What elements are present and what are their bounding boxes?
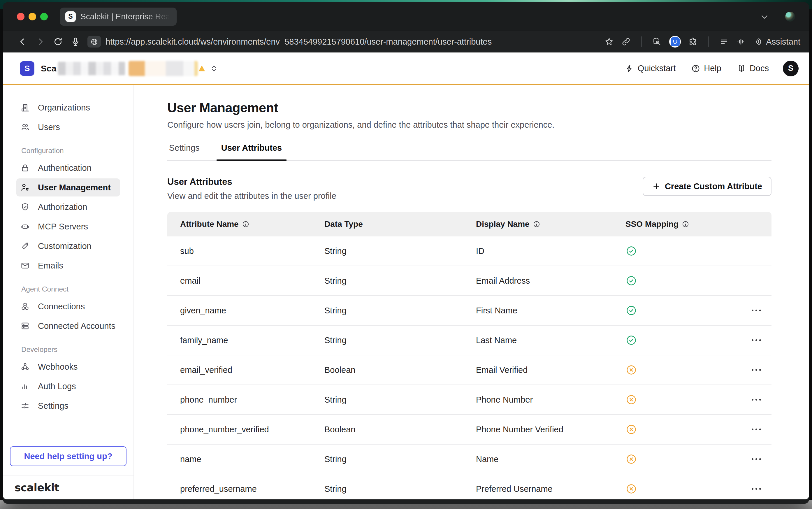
mail-icon [21, 261, 30, 270]
sidebar-item-user-management[interactable]: User Management [16, 178, 120, 197]
browser-tab[interactable]: S Scalekit | Enterprise Ready A [60, 8, 177, 26]
toolbar-divider [708, 36, 709, 47]
data-type-cell: String [324, 246, 476, 256]
row-actions-menu-button[interactable] [750, 307, 762, 314]
create-custom-attribute-button[interactable]: Create Custom Attribute [643, 177, 772, 196]
reload-icon[interactable] [53, 37, 63, 47]
docs-button[interactable]: Docs [737, 64, 769, 73]
building-icon [21, 103, 30, 112]
browser-tab-strip: S Scalekit | Enterprise Ready A [3, 2, 809, 31]
assistant-label: Assistant [766, 37, 800, 47]
sidebar-nav: OrganizationsUsersConfigurationAuthentic… [3, 99, 134, 416]
sidebar-item-mcp-servers[interactable]: MCP Servers [16, 217, 120, 236]
sidebar-footer: scalekit [3, 475, 134, 499]
sidebar-item-webhooks[interactable]: Webhooks [16, 358, 120, 376]
voice-waveform-icon[interactable] [736, 37, 746, 46]
workspace-name[interactable]: Sca [41, 64, 56, 73]
user-gear-icon [21, 183, 30, 192]
sidebar-item-emails[interactable]: Emails [16, 257, 120, 275]
page-title: User Management [167, 100, 772, 115]
help-button[interactable]: Help [691, 64, 721, 73]
screenshot-search-icon[interactable] [652, 37, 662, 46]
attribute-name-cell: sub [180, 246, 324, 256]
maximize-window-button[interactable] [40, 13, 48, 21]
zap-icon [625, 64, 634, 73]
info-icon [682, 220, 689, 228]
row-actions-menu-button[interactable] [750, 485, 762, 493]
info-icon [533, 220, 540, 228]
table-row-family_name: family_nameStringLast Name [167, 326, 772, 355]
sso-mapping-cell [626, 275, 762, 286]
sso-unmapped-x-icon [626, 453, 637, 465]
main-content: User Management Configure how users join… [134, 85, 809, 499]
webhook-icon [21, 362, 30, 371]
column-data-type: Data Type [324, 219, 476, 229]
back-icon[interactable] [17, 37, 27, 47]
tab-search-chevron-icon[interactable] [760, 12, 770, 22]
quickstart-button[interactable]: Quickstart [625, 64, 676, 73]
sso-mapping-cell [626, 245, 762, 257]
row-actions-menu-button[interactable] [750, 426, 762, 433]
data-type-cell: String [324, 306, 476, 315]
user-avatar[interactable]: S [783, 61, 799, 76]
row-actions-menu-button[interactable] [750, 336, 762, 344]
display-name-cell: Preferred Username [476, 484, 626, 494]
address-bar-url[interactable]: https://app.scalekit.cloud/ws/environmen… [106, 37, 492, 47]
display-name-cell: Phone Number Verified [476, 425, 626, 434]
reading-list-icon[interactable] [719, 37, 729, 46]
sidebar-item-settings[interactable]: Settings [16, 397, 120, 415]
sidebar-item-label: Emails [38, 261, 63, 271]
display-name-cell: First Name [476, 306, 626, 315]
forward-icon[interactable] [36, 37, 45, 47]
sidebar-item-label: Connections [38, 302, 85, 311]
info-icon [242, 220, 249, 228]
sso-unmapped-x-icon [626, 483, 637, 495]
bitwarden-extension-icon[interactable] [669, 36, 681, 47]
data-type-cell: Boolean [324, 365, 476, 375]
tab-user-attributes[interactable]: User Attributes [219, 143, 284, 160]
sidebar-item-authentication[interactable]: Authentication [16, 159, 120, 177]
row-actions-menu-button[interactable] [750, 366, 762, 374]
need-help-button[interactable]: Need help setting up? [10, 446, 127, 466]
sidebar-item-authorization[interactable]: Authorization [16, 198, 120, 216]
sidebar-item-label: Auth Logs [38, 382, 76, 391]
browser-profile-avatar[interactable] [785, 12, 795, 22]
site-info-globe-icon[interactable] [87, 36, 101, 47]
book-icon [737, 64, 746, 73]
extensions-puzzle-icon[interactable] [689, 37, 698, 46]
minimize-window-button[interactable] [29, 13, 36, 21]
app-body: OrganizationsUsersConfigurationAuthentic… [3, 85, 809, 499]
sidebar-item-label: Webhooks [38, 362, 78, 372]
sidebar-item-customization[interactable]: Customization [16, 237, 120, 255]
assistant-button[interactable]: Assistant [753, 37, 800, 47]
toolbar-divider [641, 36, 642, 47]
sidebar-item-label: Authorization [38, 202, 87, 212]
display-name-cell: Email Address [476, 276, 626, 286]
bars-icon [21, 382, 30, 391]
row-actions-menu-button[interactable] [750, 455, 762, 463]
sidebar-section-label-developers: Developers [21, 345, 120, 353]
bookmark-star-icon[interactable] [604, 37, 614, 46]
attributes-table: Attribute Name Data Type Display Name SS… [167, 212, 772, 499]
page-subtitle: Configure how users join, belong to orga… [167, 120, 772, 130]
tab-settings[interactable]: Settings [167, 143, 201, 160]
sidebar-item-connections[interactable]: Connections [16, 297, 120, 315]
scalekit-wordmark: scalekit [14, 482, 59, 494]
workspace-switcher-chevrons-icon[interactable] [210, 64, 218, 73]
sidebar-item-label: Customization [38, 241, 92, 251]
sidebar-item-users[interactable]: Users [16, 118, 120, 136]
column-sso-mapping: SSO Mapping [626, 219, 759, 229]
sso-mapped-check-icon [626, 245, 637, 257]
browser-window: S Scalekit | Enterprise Ready A https://… [3, 2, 809, 504]
sidebar-item-organizations[interactable]: Organizations [16, 99, 120, 116]
copy-link-icon[interactable] [622, 37, 631, 46]
close-window-button[interactable] [17, 13, 25, 21]
column-attribute-name: Attribute Name [180, 219, 324, 229]
sidebar-item-auth-logs[interactable]: Auth Logs [16, 377, 120, 395]
table-row-email_verified: email_verifiedBooleanEmail Verified [167, 355, 772, 385]
display-name-cell: Email Verified [476, 365, 626, 375]
sidebar-item-label: Settings [38, 401, 69, 411]
microphone-icon[interactable] [71, 37, 80, 47]
sidebar-item-connected-accounts[interactable]: Connected Accounts [16, 317, 120, 335]
row-actions-menu-button[interactable] [750, 396, 762, 404]
